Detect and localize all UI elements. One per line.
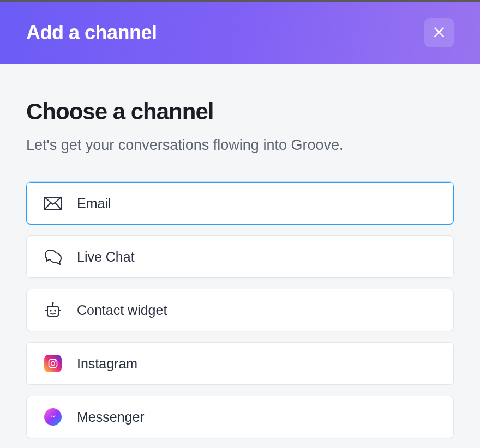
channel-list: Email Live Chat [26, 182, 454, 438]
chat-icon [44, 248, 62, 265]
svg-point-3 [54, 310, 56, 311]
channel-label: Contact widget [77, 302, 167, 318]
messenger-icon [44, 408, 62, 426]
svg-point-10 [55, 360, 56, 361]
channel-option-instagram[interactable]: Instagram [26, 342, 454, 385]
email-icon [44, 195, 62, 212]
close-icon [432, 25, 446, 41]
channel-option-livechat[interactable]: Live Chat [26, 235, 454, 278]
close-button[interactable] [424, 18, 454, 47]
channel-option-contact-widget[interactable]: Contact widget [26, 289, 454, 331]
instagram-icon [44, 355, 62, 372]
svg-point-2 [50, 310, 51, 311]
modal-header: Add a channel [0, 2, 480, 64]
modal-content: Choose a channel Let's get your conversa… [0, 64, 480, 438]
svg-point-5 [52, 302, 53, 304]
choose-subheading: Let's get your conversations flowing int… [26, 137, 454, 154]
svg-point-9 [51, 362, 55, 366]
channel-label: Messenger [77, 409, 145, 425]
channel-label: Instagram [77, 356, 137, 372]
modal-title: Add a channel [26, 21, 157, 44]
choose-heading: Choose a channel [26, 99, 454, 125]
channel-option-email[interactable]: Email [26, 182, 454, 225]
channel-label: Email [77, 196, 111, 211]
robot-icon [44, 301, 62, 319]
channel-option-messenger[interactable]: Messenger [26, 396, 454, 438]
channel-label: Live Chat [77, 249, 135, 265]
